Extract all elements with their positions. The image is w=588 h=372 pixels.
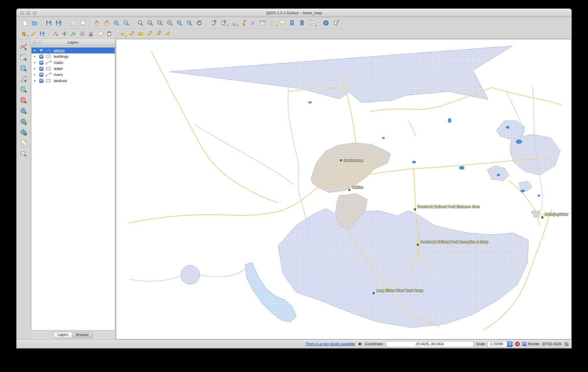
help-contents-button[interactable] xyxy=(321,18,330,27)
add-wcs-layer-button[interactable] xyxy=(18,117,29,126)
rotate-label-button[interactable] xyxy=(154,30,162,38)
expand-arrow-icon[interactable]: ▶ xyxy=(34,67,37,70)
map-tips-icon xyxy=(279,20,286,26)
save-layer-edits-button[interactable] xyxy=(38,30,46,38)
copy-features-button[interactable] xyxy=(96,30,104,38)
new-shapefile-layer-button[interactable] xyxy=(18,139,29,147)
add-mssql-layer-button[interactable] xyxy=(18,85,29,94)
cut-features-button[interactable] xyxy=(87,30,95,38)
current-edits-button[interactable]: ▾ xyxy=(20,30,28,38)
whats-this-button[interactable] xyxy=(331,18,340,27)
show-bookmarks-button[interactable] xyxy=(297,18,306,27)
add-wfs-layer-button[interactable] xyxy=(18,128,29,137)
crs-status-button[interactable] xyxy=(564,342,569,346)
zoom-in-button[interactable] xyxy=(112,18,121,27)
titlebar[interactable]: QGIS 2.0.1-Dufour – basic_map xyxy=(16,9,572,17)
annotation-icon xyxy=(308,20,315,26)
layer-row-water[interactable]: ▶ water xyxy=(32,66,115,72)
layer-name: roads xyxy=(54,60,63,65)
layer-visibility-checkbox[interactable] xyxy=(39,55,43,59)
zoom-to-selection-button[interactable] xyxy=(155,18,164,27)
add-oracle-layer-button[interactable] xyxy=(18,96,29,105)
expand-arrow-icon[interactable]: ▶ xyxy=(34,55,37,58)
refresh-map-button[interactable] xyxy=(195,18,204,27)
zoom-out-button[interactable] xyxy=(121,18,131,27)
close-window-button[interactable] xyxy=(20,11,24,15)
save-project-as-button[interactable] xyxy=(54,18,63,27)
open-attribute-table-button[interactable] xyxy=(258,18,267,27)
paste-features-button[interactable] xyxy=(105,30,113,38)
layer-row-buildings[interactable]: ▶ buildings xyxy=(32,53,115,59)
expand-arrow-icon[interactable]: ▶ xyxy=(34,79,37,82)
identify-features-button[interactable] xyxy=(209,18,218,27)
add-vector-layer-button[interactable] xyxy=(18,42,29,51)
open-project-button[interactable] xyxy=(30,18,39,27)
pan-to-selection-button[interactable] xyxy=(102,18,111,27)
composer-manager-button[interactable] xyxy=(78,18,87,27)
toggle-editing-button[interactable] xyxy=(29,30,37,38)
add-oracle-layer-icon xyxy=(20,97,27,104)
map-canvas[interactable]: Swellendam Railton Bontebok National Par… xyxy=(116,39,572,339)
tab-browser[interactable]: Browser xyxy=(72,332,93,338)
minimize-window-button[interactable] xyxy=(26,11,30,15)
zoom-full-button[interactable] xyxy=(145,18,155,27)
select-features-button[interactable]: ▾ xyxy=(228,18,238,27)
move-label-button[interactable] xyxy=(145,30,154,38)
pan-map-button[interactable] xyxy=(92,18,101,27)
pin-unpin-labels-button[interactable] xyxy=(127,30,136,38)
map-label-entrance-gate: Bontebok National Park Entrance Gate xyxy=(417,205,480,209)
expand-arrow-icon[interactable]: ▶ xyxy=(34,61,37,64)
zoom-native-button[interactable] xyxy=(136,18,145,27)
run-feature-action-button[interactable]: ▾ xyxy=(219,18,228,27)
zoom-layer-icon xyxy=(167,20,173,26)
plugin-available-link[interactable]: There is a new plugin available xyxy=(305,342,355,346)
place-marker xyxy=(348,189,350,191)
combo-arrows-icon[interactable]: ▲▼ xyxy=(507,341,512,347)
change-label-properties-button[interactable] xyxy=(163,30,171,38)
landuse-layer xyxy=(169,46,560,328)
node-tool-button[interactable] xyxy=(69,30,77,38)
new-print-composer-button[interactable] xyxy=(68,18,77,27)
move-feature-button[interactable] xyxy=(60,30,69,38)
render-checkbox[interactable] xyxy=(522,342,526,346)
add-raster-layer-button[interactable] xyxy=(18,53,29,62)
highlight-pinned-labels-button[interactable] xyxy=(136,30,145,38)
delete-selected-button[interactable] xyxy=(78,30,86,38)
zoom-next-button[interactable] xyxy=(185,18,194,27)
expand-arrow-icon[interactable]: ▶ xyxy=(34,49,37,52)
layer-row-rivers[interactable]: ▶ rivers xyxy=(32,72,115,78)
new-bookmark-button[interactable] xyxy=(287,18,297,27)
select-by-expression-button[interactable] xyxy=(248,18,257,27)
layer-row-places[interactable]: ▶ places xyxy=(32,47,115,53)
coordinate-input[interactable]: 20.4425,-34.0324 xyxy=(386,341,474,347)
scale-combo[interactable]: 1:23396 ▲▼ xyxy=(488,341,513,347)
text-annotation-button[interactable]: ▾ xyxy=(307,18,316,27)
layers-panel-header[interactable]: × Layers xyxy=(31,39,116,46)
tab-layers[interactable]: Layers xyxy=(53,332,72,338)
lay er-row-landuse[interactable]: ▶ landuse xyxy=(32,78,115,84)
layer-visibility-checkbox[interactable] xyxy=(39,79,43,83)
main-toolbar: ▾ ▾ ▾ ▾ xyxy=(16,17,572,29)
layer-visibility-checkbox[interactable] xyxy=(39,49,43,53)
layer-visibility-checkbox[interactable] xyxy=(39,61,43,65)
stop-render-icon[interactable] xyxy=(515,342,520,346)
layer-visibility-checkbox[interactable] xyxy=(39,73,43,77)
zoom-last-button[interactable] xyxy=(175,18,184,27)
zoom-window-button[interactable] xyxy=(33,11,36,15)
save-project-button[interactable] xyxy=(44,18,53,27)
measure-button[interactable]: ▾ xyxy=(268,18,277,27)
add-wms-layer-button[interactable] xyxy=(18,107,29,115)
remove-layer-button[interactable] xyxy=(18,149,29,158)
labeling-options-button[interactable]: ▾ xyxy=(118,30,127,38)
add-feature-button[interactable] xyxy=(51,30,60,38)
layer-visibility-checkbox[interactable] xyxy=(39,67,43,71)
expand-arrow-icon[interactable]: ▶ xyxy=(34,73,37,76)
add-spatialite-layer-button[interactable] xyxy=(18,75,29,83)
layer-row-roads[interactable]: ▶ roads xyxy=(32,59,115,66)
deselect-features-button[interactable] xyxy=(238,18,247,27)
layers-panel: × Layers ▶ places ▶ buildings xyxy=(31,39,116,339)
map-tips-button[interactable] xyxy=(278,18,287,27)
zoom-to-layer-button[interactable] xyxy=(165,18,174,27)
new-project-button[interactable] xyxy=(20,18,29,27)
add-postgis-layer-button[interactable] xyxy=(18,64,29,72)
